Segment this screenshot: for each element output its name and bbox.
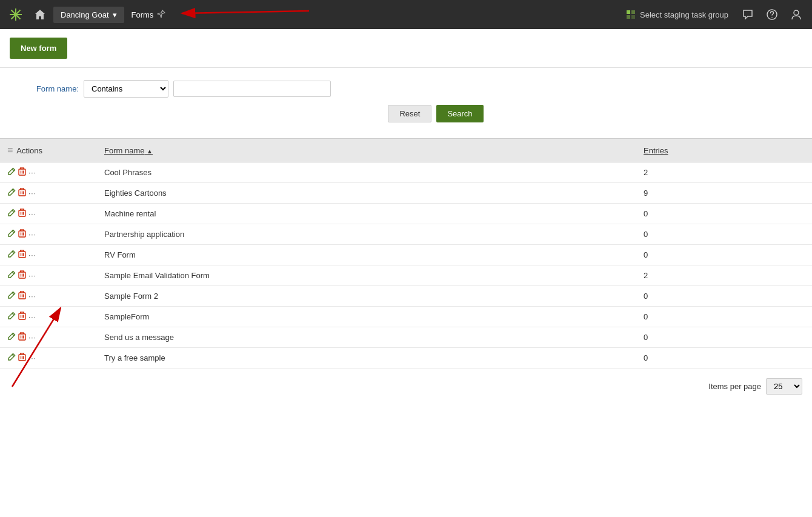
table-row: ··· Try a free sample0 (0, 348, 812, 369)
entries-cell: 2 (636, 265, 812, 286)
forms-table: ≡ Actions Form name Entries (0, 138, 812, 369)
filter-section: Form name: Contains Equals Starts with E… (0, 68, 812, 128)
entries-cell: 0 (636, 204, 812, 224)
form-name-cell: Machine rental (97, 204, 636, 224)
filter-condition-select[interactable]: Contains Equals Starts with Ends with (84, 80, 168, 98)
delete-icon[interactable] (18, 188, 26, 198)
edit-icon[interactable] (7, 188, 16, 198)
svg-line-6 (182, 11, 309, 13)
table-row: ··· Sample Email Validation Form2 (0, 265, 812, 286)
entries-cell: 0 (636, 245, 812, 265)
more-icon[interactable]: ··· (28, 210, 36, 218)
filter-buttons: Reset Search (24, 105, 788, 122)
actions-cell: ··· (0, 162, 97, 183)
new-form-button[interactable]: New form (10, 38, 67, 59)
home-icon[interactable] (29, 4, 51, 25)
delete-icon[interactable] (18, 229, 26, 239)
delete-icon[interactable] (18, 353, 26, 363)
logo-icon[interactable] (5, 4, 27, 25)
help-button[interactable] (761, 4, 783, 25)
edit-icon[interactable] (7, 312, 16, 322)
form-name-cell: Send us a message (97, 327, 636, 348)
user-button[interactable] (785, 4, 807, 25)
form-name-cell: Try a free sample (97, 348, 636, 369)
edit-icon[interactable] (7, 208, 16, 219)
delete-icon[interactable] (18, 250, 26, 260)
svg-point-12 (771, 17, 773, 18)
actions-cell: ··· (0, 224, 97, 245)
site-selector[interactable]: Dancing Goat ▾ (53, 7, 124, 23)
edit-icon[interactable] (7, 250, 16, 260)
form-name-cell: Eighties Cartoons (97, 183, 636, 204)
table-row: ··· Machine rental0 (0, 204, 812, 224)
more-icon[interactable]: ··· (28, 333, 36, 342)
action-icons: ··· (7, 188, 90, 198)
actions-cell: ··· (0, 245, 97, 265)
form-name-cell: SampleForm (97, 307, 636, 327)
topnav-right: Select staging task group (619, 4, 807, 25)
action-icons: ··· (7, 353, 90, 363)
delete-icon[interactable] (18, 167, 26, 178)
toolbar: New form (0, 29, 812, 68)
staging-selector[interactable]: Select staging task group (619, 5, 734, 24)
filter-value-input[interactable] (173, 81, 331, 97)
module-nav[interactable]: Forms (127, 6, 171, 24)
table-row: ··· Eighties Cartoons9 (0, 183, 812, 204)
edit-icon[interactable] (7, 353, 16, 363)
delete-icon[interactable] (18, 208, 26, 219)
more-icon[interactable]: ··· (28, 251, 36, 259)
edit-icon[interactable] (7, 332, 16, 342)
svg-point-13 (794, 10, 799, 15)
delete-icon[interactable] (18, 291, 26, 301)
delete-icon[interactable] (18, 312, 26, 322)
chat-button[interactable] (737, 4, 759, 25)
more-icon[interactable]: ··· (28, 168, 36, 177)
pin-icon (157, 10, 165, 20)
col-form-name[interactable]: Form name (97, 139, 636, 162)
action-icons: ··· (7, 312, 90, 322)
more-icon[interactable]: ··· (28, 292, 36, 301)
actions-header: Actions (16, 146, 42, 155)
more-icon[interactable]: ··· (28, 313, 36, 321)
main-content: New form Form name: Contains Equals Star… (0, 29, 812, 517)
form-name-cell: Cool Phrases (97, 162, 636, 183)
entries-cell: 2 (636, 162, 812, 183)
entries-cell: 0 (636, 307, 812, 327)
delete-icon[interactable] (18, 332, 26, 342)
svg-rect-7 (627, 10, 630, 14)
svg-rect-10 (631, 15, 635, 19)
search-button[interactable]: Search (436, 105, 483, 122)
action-icons: ··· (7, 291, 90, 301)
staging-label: Select staging task group (640, 10, 728, 19)
table-row: ··· Cool Phrases2 (0, 162, 812, 183)
entries-cell: 0 (636, 286, 812, 307)
form-name-cell: Sample Email Validation Form (97, 265, 636, 286)
more-icon[interactable]: ··· (28, 230, 36, 239)
table-row: ··· SampleForm0 (0, 307, 812, 327)
pagination-row: Items per page 10 25 50 100 (0, 369, 812, 404)
reset-button[interactable]: Reset (388, 105, 431, 122)
delete-icon[interactable] (18, 270, 26, 281)
table-row: ··· Sample Form 20 (0, 286, 812, 307)
edit-icon[interactable] (7, 291, 16, 301)
svg-rect-9 (627, 15, 630, 19)
action-icons: ··· (7, 229, 90, 239)
entries-cell: 9 (636, 183, 812, 204)
edit-icon[interactable] (7, 167, 16, 178)
more-icon[interactable]: ··· (28, 354, 36, 362)
action-icons: ··· (7, 208, 90, 219)
edit-icon[interactable] (7, 270, 16, 281)
col-entries[interactable]: Entries (636, 139, 812, 162)
actions-cell: ··· (0, 204, 97, 224)
more-icon[interactable]: ··· (28, 189, 36, 198)
actions-cell: ··· (0, 348, 97, 369)
actions-cell: ··· (0, 265, 97, 286)
more-icon[interactable]: ··· (28, 272, 36, 280)
entries-cell: 0 (636, 348, 812, 369)
form-name-cell: Partnership application (97, 224, 636, 245)
edit-icon[interactable] (7, 229, 16, 239)
drag-handle-col: ≡ (7, 145, 13, 156)
action-icons: ··· (7, 332, 90, 342)
actions-cell: ··· (0, 286, 97, 307)
per-page-select[interactable]: 10 25 50 100 (766, 378, 802, 395)
